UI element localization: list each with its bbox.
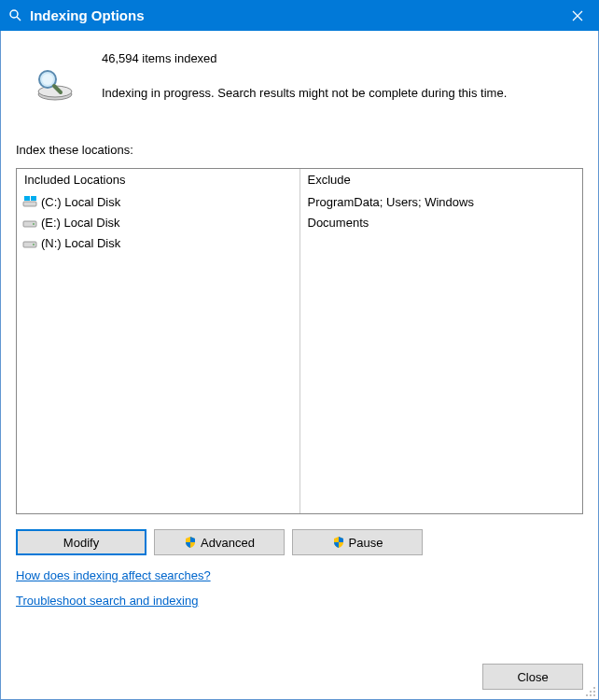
windows-disk-icon xyxy=(22,194,37,209)
svg-rect-11 xyxy=(31,196,36,201)
svg-rect-10 xyxy=(24,196,30,201)
close-row: Close xyxy=(482,664,583,690)
how-indexing-affects-link[interactable]: How does indexing affect searches? xyxy=(16,568,211,582)
close-icon xyxy=(572,10,583,21)
indexing-options-icon xyxy=(7,8,22,23)
index-locations-label: Index these locations: xyxy=(16,143,583,157)
uac-shield-icon xyxy=(184,536,197,549)
exclude-value: ProgramData; Users; Windows xyxy=(304,191,579,212)
exclude-value xyxy=(304,232,579,253)
indexing-progress-message: Indexing in progress. Search results mig… xyxy=(102,86,583,100)
svg-point-18 xyxy=(593,691,595,693)
locations-table: Included Locations (C:) Local Disk xyxy=(16,168,583,514)
included-locations-column: Included Locations (C:) Local Disk xyxy=(17,169,300,513)
svg-point-17 xyxy=(590,691,592,693)
exclude-column: Exclude ProgramData; Users; Windows Docu… xyxy=(300,169,583,513)
svg-point-16 xyxy=(593,687,595,689)
advanced-button[interactable]: Advanced xyxy=(154,529,285,555)
svg-point-21 xyxy=(593,694,595,696)
window-title: Indexing Options xyxy=(30,7,556,23)
svg-point-7 xyxy=(42,74,53,85)
location-row[interactable]: (C:) Local Disk xyxy=(21,191,296,212)
svg-point-0 xyxy=(10,10,18,18)
button-row: Modify Advanced Pause xyxy=(16,529,583,555)
indexer-icon xyxy=(31,61,76,105)
included-locations-header: Included Locations xyxy=(17,169,300,191)
dialog-content: 46,594 items indexed Indexing in progres… xyxy=(0,31,599,700)
resize-grip[interactable] xyxy=(583,684,596,697)
pause-button[interactable]: Pause xyxy=(292,529,423,555)
included-locations-body[interactable]: (C:) Local Disk (E:) Local Disk xyxy=(17,191,300,513)
status-text: 46,594 items indexed Indexing in progres… xyxy=(102,48,583,100)
items-indexed-count: 46,594 items indexed xyxy=(102,51,583,65)
location-label: (C:) Local Disk xyxy=(41,195,120,209)
svg-rect-9 xyxy=(23,202,36,206)
svg-point-20 xyxy=(590,694,592,696)
close-button[interactable]: Close xyxy=(482,664,583,690)
disk-icon xyxy=(22,235,37,250)
location-row[interactable]: (N:) Local Disk xyxy=(21,232,296,253)
exclude-header: Exclude xyxy=(300,169,583,191)
svg-point-15 xyxy=(33,244,35,245)
location-label: (E:) Local Disk xyxy=(41,216,120,230)
svg-point-19 xyxy=(586,694,588,696)
troubleshoot-link[interactable]: Troubleshoot search and indexing xyxy=(16,594,198,608)
close-window-button[interactable] xyxy=(556,0,599,31)
exclude-value: Documents xyxy=(304,212,579,232)
modify-button[interactable]: Modify xyxy=(16,529,146,555)
svg-line-1 xyxy=(17,17,21,21)
titlebar: Indexing Options xyxy=(0,0,599,31)
exclude-body: ProgramData; Users; Windows Documents xyxy=(300,191,583,513)
disk-icon xyxy=(22,215,37,230)
location-row[interactable]: (E:) Local Disk xyxy=(21,212,296,232)
uac-shield-icon xyxy=(332,536,345,549)
status-area: 46,594 items indexed Indexing in progres… xyxy=(16,48,583,105)
svg-point-13 xyxy=(33,223,35,225)
location-label: (N:) Local Disk xyxy=(41,236,120,250)
